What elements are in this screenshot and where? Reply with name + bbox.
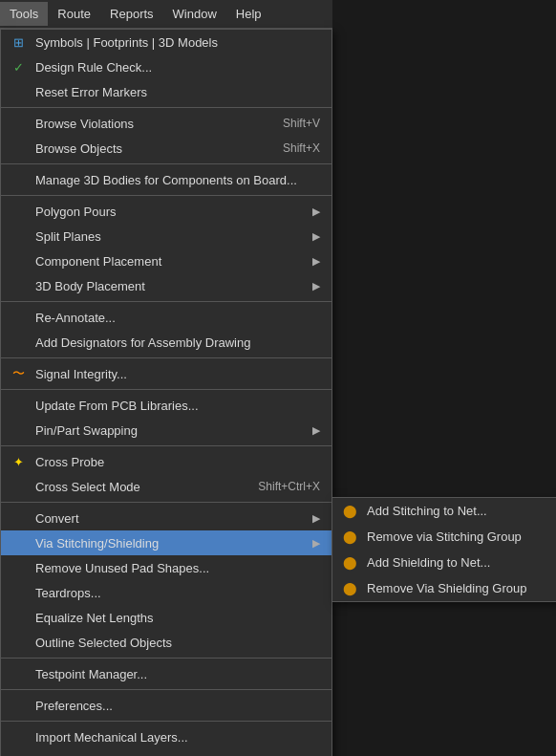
menu-cross-select[interactable]: Cross Select Mode Shift+Ctrl+X [1, 474, 331, 499]
tools-dropdown: ⊞ Symbols | Footprints | 3D Models ✓ Des… [0, 29, 332, 756]
menu-polygon-pours[interactable]: Polygon Pours ▶ [1, 199, 331, 224]
menu-browse-violations[interactable]: Browse Violations Shift+V [1, 111, 331, 136]
menu-equalize-net[interactable]: Equalize Net Lengths [1, 605, 331, 630]
sep4 [1, 301, 331, 302]
menu-via-stitching[interactable]: Via Stitching/Shielding ▶ [1, 530, 331, 555]
menubar-route[interactable]: Route [48, 2, 100, 26]
sep9 [1, 658, 331, 659]
pcb-canvas: ≡ ⊞ + □ ▼ ● ● 3 LED4 2NetLED4_2 ▶ 13V3 [332, 0, 556, 756]
add-shielding-icon: ⬤ [340, 553, 359, 572]
sep3 [1, 195, 331, 196]
menu-add-designators[interactable]: Add Designators for Assembly Drawing [1, 330, 331, 355]
signal-integrity-icon: 〜 [9, 364, 28, 383]
menu-cross-probe[interactable]: ✦ Cross Probe [1, 449, 331, 474]
menu-drc[interactable]: ✓ Design Rule Check... [1, 54, 331, 79]
menubar: Tools Route Reports Window Help [0, 0, 332, 29]
drc-icon: ✓ [9, 57, 28, 76]
symbols-icon: ⊞ [9, 32, 28, 52]
sep6 [1, 389, 331, 390]
cross-probe-icon: ✦ [9, 452, 28, 471]
menu-reset-markers[interactable]: Reset Error Markers [1, 79, 331, 104]
menu-testpoint[interactable]: Testpoint Manager... [1, 661, 331, 686]
via-stitching-submenu: ⬤ Add Stitching to Net... ⬤ Remove via S… [331, 497, 556, 602]
menu-export-mechanical[interactable]: Export Mechanical Layers... [1, 749, 331, 756]
menu-import-mechanical[interactable]: Import Mechanical Layers... [1, 724, 331, 749]
menubar-tools[interactable]: Tools [0, 2, 48, 26]
menu-teardrops[interactable]: Teardrops... [1, 580, 331, 605]
sep5 [1, 357, 331, 358]
sep7 [1, 445, 331, 446]
via-stitching-arrow: ▶ [312, 537, 320, 550]
submenu-remove-via-group[interactable]: ⬤ Remove via Stitching Group [332, 524, 556, 550]
menu-update-pcb[interactable]: Update From PCB Libraries... [1, 393, 331, 418]
menu-browse-objects[interactable]: Browse Objects Shift+X [1, 136, 331, 161]
split-planes-arrow: ▶ [312, 230, 320, 243]
sep10 [1, 689, 331, 690]
menu-pin-part-swapping[interactable]: Pin/Part Swapping ▶ [1, 418, 331, 443]
menubar-help[interactable]: Help [226, 2, 271, 26]
sep2 [1, 163, 331, 164]
sep1 [1, 107, 331, 108]
body-placement-arrow: ▶ [312, 280, 320, 292]
sep11 [1, 721, 331, 722]
remove-via-icon: ⬤ [340, 528, 359, 547]
remove-shielding-icon: ⬤ [340, 579, 359, 598]
submenu-add-shielding[interactable]: ⬤ Add Shielding to Net... [332, 550, 556, 575]
menu-split-planes[interactable]: Split Planes ▶ [1, 224, 331, 248]
menu-convert[interactable]: Convert ▶ [1, 506, 331, 530]
convert-arrow: ▶ [312, 512, 320, 525]
menu-signal-integrity[interactable]: 〜 Signal Integrity... [1, 361, 331, 386]
menu-3d-body-placement[interactable]: 3D Body Placement ▶ [1, 273, 331, 298]
menu-remove-unused[interactable]: Remove Unused Pad Shapes... [1, 555, 331, 580]
menubar-window[interactable]: Window [163, 2, 226, 26]
menu-re-annotate[interactable]: Re-Annotate... [1, 305, 331, 330]
menu-preferences[interactable]: Preferences... [1, 693, 331, 718]
menu-symbols[interactable]: ⊞ Symbols | Footprints | 3D Models [1, 30, 331, 54]
menu-outline-selected[interactable]: Outline Selected Objects [1, 630, 331, 655]
pin-swapping-arrow: ▶ [312, 424, 320, 437]
add-stitching-icon: ⬤ [340, 502, 359, 521]
sep8 [1, 502, 331, 503]
polygon-pours-arrow: ▶ [312, 205, 320, 218]
menu-manage-3d[interactable]: Manage 3D Bodies for Components on Board… [1, 167, 331, 192]
submenu-add-stitching[interactable]: ⬤ Add Stitching to Net... [332, 498, 556, 524]
menu-component-placement[interactable]: Component Placement ▶ [1, 248, 331, 273]
submenu-remove-shielding[interactable]: ⬤ Remove Via Shielding Group [332, 575, 556, 601]
menubar-reports[interactable]: Reports [100, 2, 163, 26]
component-placement-arrow: ▶ [312, 255, 320, 268]
